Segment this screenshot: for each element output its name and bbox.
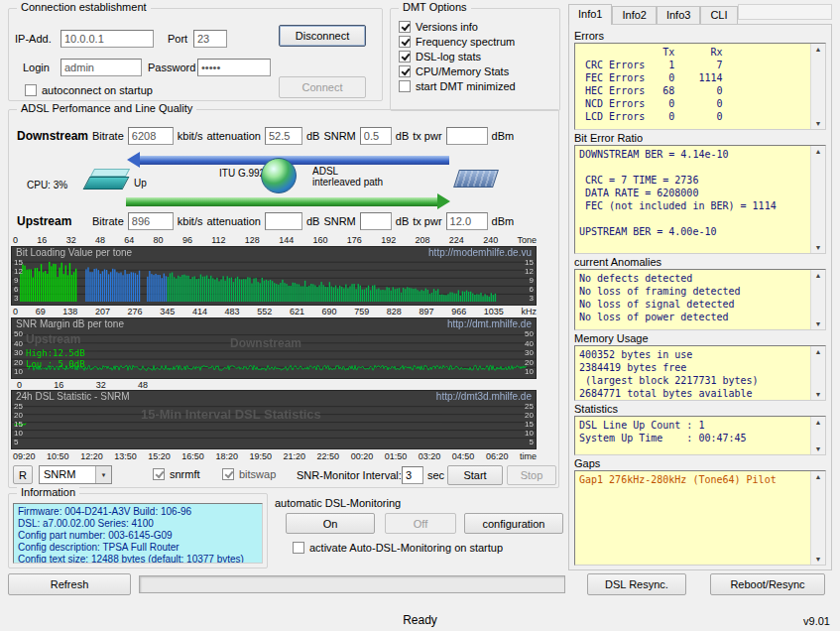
snr-watermark-url: http://dmt.mhilfe.de xyxy=(447,318,532,329)
scroll-down-icon[interactable]: ▼ xyxy=(811,118,825,129)
scroll-up-icon[interactable]: ▲ xyxy=(811,146,825,157)
scroll-up-icon[interactable]: ▲ xyxy=(811,44,825,55)
scroll-down-icon[interactable]: ▼ xyxy=(811,318,825,329)
refresh-button[interactable]: Refresh xyxy=(8,573,131,595)
ber-text: DOWNSTREAM BER = 4.14e-10 CRC = 7 TIME =… xyxy=(575,146,825,240)
scroll-up-icon[interactable]: ▲ xyxy=(811,417,825,428)
password-input[interactable] xyxy=(197,59,271,76)
activate-auto-monitoring-checkbox[interactable]: activate Auto-DSL-Monitoring on startup xyxy=(293,542,503,554)
bit-loading-yaxis-right: 1512963 xyxy=(525,259,534,303)
bitrate-label: Bitrate xyxy=(92,130,124,142)
port-label: Port xyxy=(168,33,187,45)
bitswap-checkbox[interactable]: bitswap xyxy=(222,468,276,480)
dmt-option-label: start DMT minimized xyxy=(416,80,516,92)
bit-loading-title: Bit Loading Value per tone xyxy=(16,247,132,258)
snrmft-label: snrmft xyxy=(170,468,200,480)
memory-panel: 400352 bytes in use 2384419 bytes free (… xyxy=(574,345,826,401)
checkbox-box xyxy=(399,80,411,92)
checkbox-box xyxy=(293,542,304,554)
up-txpwr-field[interactable] xyxy=(446,212,488,230)
dmt-option-1-checkbox[interactable]: Frequency spectrum xyxy=(399,36,516,48)
tab-info1[interactable]: Info1 xyxy=(568,4,612,25)
info1-tabpage: Errors Tx Rx CRC Errors 1 7 FEC Errors 0… xyxy=(568,24,832,570)
down-snrm-field[interactable] xyxy=(360,127,392,145)
adsl-performance-group: ADSL Perfomance and Line Quality Downstr… xyxy=(8,109,559,488)
interval-input[interactable] xyxy=(402,466,423,484)
tab-info2[interactable]: Info2 xyxy=(612,6,656,25)
stop-button[interactable]: Stop xyxy=(507,465,556,485)
attenuation-label: attenuation xyxy=(206,215,260,227)
graph-mode-select[interactable]: SNRM ▼ xyxy=(39,465,112,484)
up-snrm-field[interactable] xyxy=(360,212,392,230)
scroll-up-icon[interactable]: ▲ xyxy=(811,270,825,281)
tab-cli[interactable]: CLI xyxy=(700,6,737,25)
dmt-option-3-checkbox[interactable]: CPU/Memory Stats xyxy=(399,65,516,77)
dmt-option-label: DSL-log stats xyxy=(416,51,481,63)
monitoring-off-button[interactable]: Off xyxy=(385,513,456,534)
up-bitrate-field[interactable] xyxy=(128,212,174,230)
login-input[interactable] xyxy=(60,59,142,76)
gaps-scrollbar[interactable]: ▲▼ xyxy=(810,471,825,565)
graph-mode-value: SNRM xyxy=(40,466,95,483)
up-attenuation-field[interactable] xyxy=(265,212,302,230)
ber-panel: DOWNSTREAM BER = 4.14e-10 CRC = 7 TIME =… xyxy=(574,145,826,254)
disconnect-button[interactable]: Disconnect xyxy=(279,25,366,47)
scroll-down-icon[interactable]: ▼ xyxy=(811,443,825,454)
kbits-unit: kbit/s xyxy=(178,130,203,142)
statistics-scrollbar[interactable]: ▲▼ xyxy=(810,417,825,454)
downstream-arrow-icon xyxy=(140,156,449,165)
upstream-row: Upstream Bitrate kbit/s attenuation dB S… xyxy=(17,211,554,231)
version-label: v9.01 xyxy=(803,615,830,627)
anomalies-section-label: current Anomalies xyxy=(574,256,826,268)
kbits-unit: kbit/s xyxy=(178,215,203,227)
scroll-up-icon[interactable]: ▲ xyxy=(811,346,825,357)
dmt-option-2-checkbox[interactable]: DSL-log stats xyxy=(399,51,516,63)
snr-chart-title: SNR Margin dB per tone xyxy=(16,318,124,329)
anomalies-panel: No defects detected No loss of framing d… xyxy=(574,269,826,330)
up-direction-label: Up xyxy=(134,178,147,189)
tab-info3[interactable]: Info3 xyxy=(657,6,700,25)
r-button[interactable]: R xyxy=(13,465,33,484)
snrmft-checkbox[interactable]: snrmft xyxy=(153,468,200,480)
down-attenuation-field[interactable] xyxy=(265,127,302,145)
reboot-resync-button[interactable]: Reboot/Resync xyxy=(710,573,825,595)
dmt-option-0-checkbox[interactable]: Versions info xyxy=(399,21,516,33)
port-input[interactable] xyxy=(193,30,227,48)
dsl-24h-title: 24h DSL Statistic - SNRM xyxy=(16,391,130,402)
dsl-24h-statistic-chart: 24h DSL Statistic - SNRM http://dmt3d.mh… xyxy=(11,390,537,449)
dmt-option-4-checkbox[interactable]: start DMT minimized xyxy=(399,80,516,92)
dmt-options-list: Versions infoFrequency spectrumDSL-log s… xyxy=(399,21,516,92)
anomalies-scrollbar[interactable]: ▲▼ xyxy=(810,270,825,329)
upstream-watermark: Upstream xyxy=(26,332,80,346)
gaps-panel: Gap1 276kHz-280kHz (Tone64) Pilot ▲▼ xyxy=(574,470,826,566)
down-txpwr-field[interactable] xyxy=(446,127,488,145)
db-unit: dB xyxy=(396,130,409,142)
info-tabstrip: Info1 Info2 Info3 CLI xyxy=(568,4,832,25)
chevron-down-icon[interactable]: ▼ xyxy=(95,466,111,483)
monitoring-configuration-button[interactable]: configuration xyxy=(464,513,563,534)
connect-button[interactable]: Connect xyxy=(279,76,366,98)
ber-section-label: Bit Error Ratio xyxy=(574,132,826,144)
memory-text: 400352 bytes in use 2384419 bytes free (… xyxy=(575,346,825,401)
autoconnect-checkbox[interactable]: autoconnect on startup xyxy=(25,84,153,96)
login-label: Login xyxy=(23,62,50,73)
statistics-section-label: Statistics xyxy=(574,403,826,415)
tone-scale: 0163248648096112128144160176192208224240… xyxy=(13,235,537,245)
ip-label: IP-Add. xyxy=(15,33,52,45)
memory-scrollbar[interactable]: ▲▼ xyxy=(810,346,825,400)
scroll-down-icon[interactable]: ▼ xyxy=(811,554,825,565)
ber-scrollbar[interactable]: ▲▼ xyxy=(810,146,825,253)
ip-input[interactable] xyxy=(60,30,154,48)
information-title: Information xyxy=(17,486,79,498)
scroll-down-icon[interactable]: ▼ xyxy=(811,389,825,400)
scroll-down-icon[interactable]: ▼ xyxy=(811,242,825,253)
snrm-label: SNRM xyxy=(323,215,355,227)
monitoring-on-button[interactable]: On xyxy=(286,513,375,534)
down-bitrate-field[interactable] xyxy=(128,127,174,145)
scroll-up-icon[interactable]: ▲ xyxy=(811,471,825,482)
errors-scrollbar[interactable]: ▲▼ xyxy=(810,44,825,129)
snr-tone-scale: 0163248 xyxy=(17,380,148,390)
dsl-resync-button[interactable]: DSL Resync. xyxy=(587,573,686,595)
start-button[interactable]: Start xyxy=(447,465,503,485)
checkbox-box xyxy=(399,65,411,77)
